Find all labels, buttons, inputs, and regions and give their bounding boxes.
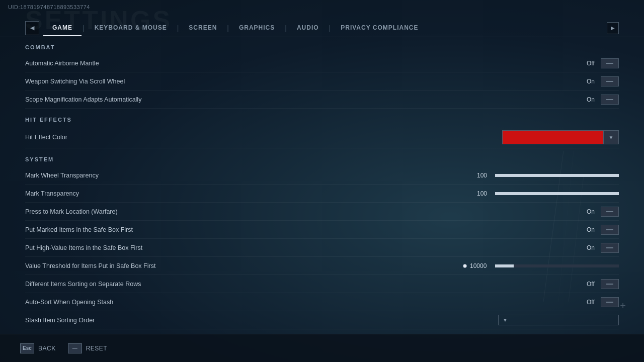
back-label: Back bbox=[38, 345, 56, 352]
toggle-press-to-mark-btn[interactable] bbox=[601, 207, 619, 217]
setting-different-rows: Different Items Sorting on Separate Rows… bbox=[25, 275, 619, 293]
setting-auto-airborne: Automatic Airborne Mantle Off bbox=[25, 54, 619, 72]
setting-stash-order-label: Stash Item Sorting Order bbox=[25, 317, 498, 324]
threshold-slider-fill bbox=[495, 264, 514, 267]
toggle-auto-airborne-status: Off bbox=[587, 60, 599, 67]
slider-mark-wheel-transparency-track[interactable] bbox=[495, 174, 619, 177]
setting-value-threshold-label: Value Threshold for Items Put in Safe Bo… bbox=[25, 262, 463, 269]
toggle-marked-items-safe-btn[interactable] bbox=[601, 225, 619, 235]
setting-mark-wheel-transparency: Mark Wheel Transparency 100 bbox=[25, 166, 619, 185]
plus-button[interactable]: + bbox=[617, 300, 629, 312]
setting-high-value-safe: Put High-Value Items in the Safe Box Fir… bbox=[25, 239, 619, 257]
setting-mark-transparency-label: Mark Transparency bbox=[25, 190, 472, 197]
tab-privacy[interactable]: PRIVACY COMPLIANCE bbox=[332, 20, 427, 36]
setting-hit-color-label: Hit Effect Color bbox=[25, 134, 502, 141]
tab-icon-right[interactable]: ▶ bbox=[607, 22, 619, 34]
tab-graphics[interactable]: GRAPHICS bbox=[230, 20, 284, 36]
tab-sep-3: | bbox=[226, 24, 230, 32]
toggle-auto-airborne-btn[interactable] bbox=[601, 58, 619, 68]
setting-high-value-safe-label: Put High-Value Items in the Safe Box Fir… bbox=[25, 244, 587, 251]
setting-marked-items-safe: Put Marked Items in the Safe Box First O… bbox=[25, 221, 619, 239]
threshold-value: 10000 bbox=[470, 262, 492, 269]
hit-color-dropdown-arrow: ▼ bbox=[603, 131, 618, 144]
user-id: UID:187819748718893533774 bbox=[8, 4, 90, 10]
tab-audio[interactable]: AUDIO bbox=[288, 20, 328, 36]
section-hit-effects-header: HIT EFFECTS bbox=[25, 117, 619, 125]
slider-mark-transparency: 100 bbox=[472, 190, 619, 197]
stash-order-dropdown-arrow: ▼ bbox=[503, 317, 508, 323]
setting-scope-magnification-label: Scope Magnification Adapts Automatically bbox=[25, 96, 587, 103]
setting-hit-color: Hit Effect Color ▼ bbox=[25, 127, 619, 148]
toggle-auto-sort-status: Off bbox=[587, 299, 599, 306]
tab-sep-2: | bbox=[176, 24, 180, 32]
slider-mark-transparency-value: 100 bbox=[472, 190, 487, 197]
tab-game[interactable]: GAME bbox=[43, 20, 82, 36]
toggle-different-rows: Off bbox=[587, 279, 619, 289]
setting-value-threshold: Value Threshold for Items Put in Safe Bo… bbox=[25, 257, 619, 275]
setting-marked-items-safe-label: Put Marked Items in the Safe Box First bbox=[25, 226, 587, 233]
toggle-auto-sort: Off bbox=[587, 297, 619, 307]
threshold-dot bbox=[463, 264, 467, 268]
setting-auto-airborne-label: Automatic Airborne Mantle bbox=[25, 60, 587, 67]
tab-keyboard[interactable]: KEYBOARD & MOUSE bbox=[86, 20, 176, 36]
tab-navigation: ◀ GAME | KEYBOARD & MOUSE | SCREEN | GRA… bbox=[0, 19, 644, 37]
toggle-high-value-safe-btn[interactable] bbox=[601, 243, 619, 253]
toggle-high-value-safe: On bbox=[587, 243, 619, 253]
toggle-marked-items-safe-status: On bbox=[587, 226, 599, 233]
hit-color-swatch bbox=[503, 131, 603, 144]
slider-mark-wheel-transparency-fill bbox=[495, 174, 619, 177]
back-button[interactable]: Esc Back bbox=[20, 343, 56, 353]
slider-mark-wheel-transparency-value: 100 bbox=[472, 172, 487, 179]
toggle-press-to-mark: On bbox=[587, 207, 619, 217]
slider-mark-transparency-fill bbox=[495, 192, 619, 195]
setting-weapon-scroll: Weapon Switching Via Scroll Wheel On bbox=[25, 72, 619, 90]
toggle-high-value-safe-status: On bbox=[587, 244, 599, 251]
tab-sep-4: | bbox=[284, 24, 288, 32]
back-key-badge: Esc bbox=[20, 343, 34, 353]
toggle-marked-items-safe: On bbox=[587, 225, 619, 235]
setting-different-rows-label: Different Items Sorting on Separate Rows bbox=[25, 281, 587, 288]
threshold-slider-track[interactable] bbox=[495, 264, 619, 267]
section-combat-header: COMBAT bbox=[25, 44, 619, 52]
hit-color-dropdown[interactable]: ▼ bbox=[502, 130, 619, 144]
tab-sep-5: | bbox=[328, 24, 332, 32]
toggle-scope-magnification-status: On bbox=[587, 96, 599, 103]
setting-scope-magnification: Scope Magnification Adapts Automatically… bbox=[25, 90, 619, 109]
reset-key-badge: — bbox=[68, 343, 82, 353]
tab-sep-1: | bbox=[82, 24, 86, 32]
setting-press-to-mark-label: Press to Mark Location (Warfare) bbox=[25, 208, 587, 215]
reset-label: Reset bbox=[86, 345, 108, 352]
setting-weapon-scroll-label: Weapon Switching Via Scroll Wheel bbox=[25, 78, 587, 85]
bottom-bar: Esc Back — Reset bbox=[0, 334, 644, 362]
slider-mark-wheel-transparency: 100 bbox=[472, 172, 619, 179]
setting-stash-order: Stash Item Sorting Order ▼ bbox=[25, 311, 619, 329]
toggle-weapon-scroll-btn[interactable] bbox=[601, 76, 619, 86]
toggle-auto-airborne: Off bbox=[587, 58, 619, 68]
toggle-press-to-mark-status: On bbox=[587, 208, 599, 215]
setting-auto-sort: Auto-Sort When Opening Stash Off bbox=[25, 293, 619, 311]
main-content: COMBAT Automatic Airborne Mantle Off Wea… bbox=[25, 40, 619, 332]
toggle-auto-sort-btn[interactable] bbox=[601, 297, 619, 307]
setting-auto-sort-label: Auto-Sort When Opening Stash bbox=[25, 299, 587, 306]
section-system-header: SYSTEM bbox=[25, 156, 619, 164]
toggle-scope-magnification: On bbox=[587, 95, 619, 105]
reset-button[interactable]: — Reset bbox=[68, 343, 108, 353]
tab-screen[interactable]: SCREEN bbox=[180, 20, 226, 36]
setting-press-to-mark: Press to Mark Location (Warfare) On bbox=[25, 203, 619, 221]
threshold-group: 10000 bbox=[463, 262, 619, 269]
setting-mark-transparency: Mark Transparency 100 bbox=[25, 185, 619, 203]
tab-icon-left[interactable]: ◀ bbox=[25, 21, 39, 35]
toggle-weapon-scroll: On bbox=[587, 76, 619, 86]
content-wrapper: UID:187819748718893533774 Settings ◀ GAM… bbox=[0, 0, 644, 362]
slider-mark-transparency-track[interactable] bbox=[495, 192, 619, 195]
toggle-different-rows-status: Off bbox=[587, 281, 599, 288]
toggle-weapon-scroll-status: On bbox=[587, 78, 599, 85]
toggle-scope-magnification-btn[interactable] bbox=[601, 95, 619, 105]
toggle-different-rows-btn[interactable] bbox=[601, 279, 619, 289]
stash-order-dropdown[interactable]: ▼ bbox=[498, 315, 619, 325]
setting-mark-wheel-transparency-label: Mark Wheel Transparency bbox=[25, 172, 472, 179]
